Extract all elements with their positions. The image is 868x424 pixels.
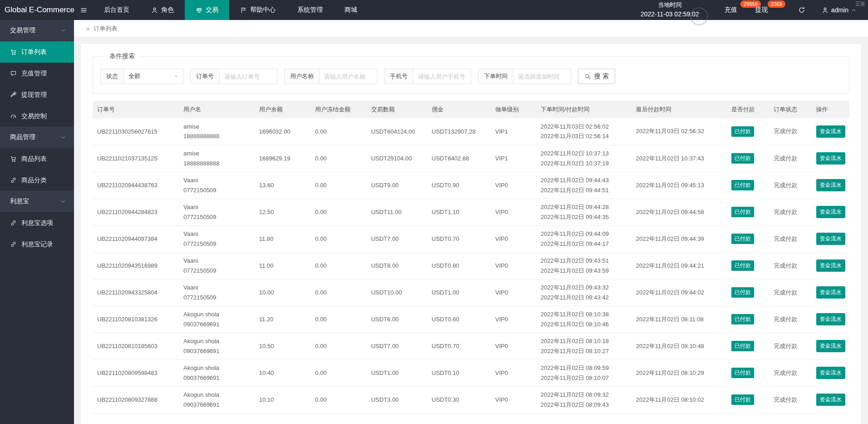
nav-item-帮助中心[interactable]: 帮助中心 <box>229 0 286 20</box>
cell-balance: 11.80 <box>255 225 311 252</box>
cell-paid: 已付款 <box>727 306 769 333</box>
cell-order-pay-time: 2022年11月03日 02:56:022022年11月03日 02:56:14 <box>536 118 631 145</box>
cell-order-status: 完成付款 <box>769 279 811 306</box>
nav-item-后台首页[interactable]: 后台首页 <box>93 0 140 20</box>
notification-badge: 2369 <box>768 0 785 8</box>
pay-time: 2022年11月02日 09:43:42 <box>541 293 627 302</box>
cell-level: VIP0 <box>491 386 536 413</box>
funds-flow-button[interactable]: 资金流水 <box>816 125 845 138</box>
link-icon <box>10 177 17 184</box>
sidebar: 交易管理订单列表充值管理提现管理交易控制商品管理商品列表商品分类利息宝利息宝选项… <box>0 20 74 424</box>
breadcrumb: » 订单列表 <box>74 20 868 37</box>
user-phone: 09037669691 <box>183 346 250 356</box>
order-time: 2022年11月02日 09:44:43 <box>541 175 627 185</box>
top-action-label: 提现 <box>755 6 768 14</box>
funds-flow-button[interactable]: 资金流水 <box>816 340 845 352</box>
gauge-icon <box>10 113 17 120</box>
sidebar-item-提现管理[interactable]: 提现管理 <box>0 84 74 105</box>
cell-order-status: 完成付款 <box>769 252 811 279</box>
pay-time: 2022年11月02日 08:09:43 <box>541 400 627 409</box>
search-input-用户名称[interactable] <box>324 73 372 80</box>
search-input-下单时间[interactable] <box>518 73 566 80</box>
cell-commission: USDT1.00 <box>427 279 491 306</box>
cell-order-pay-time: 2022年11月02日 10:37:132022年11月02日 10:37:19 <box>536 145 631 172</box>
sidebar-group-交易管理[interactable]: 交易管理 <box>0 20 74 41</box>
cell-user: Akogun shola09037669691 <box>179 306 255 333</box>
hamburger-icon[interactable] <box>74 0 93 20</box>
sidebar-item-充值管理[interactable]: 充值管理 <box>0 63 74 84</box>
sidebar-item-label: 商品列表 <box>21 155 47 163</box>
search-field-状态: 状态全部 <box>100 69 183 84</box>
cell-user: Vaani0772150509 <box>179 279 255 306</box>
top-action-label: 充值 <box>725 6 737 14</box>
search-input-手机号[interactable] <box>418 73 466 80</box>
search-field-订单号: 订单号 <box>190 69 277 84</box>
cell-frozen: 0.00 <box>311 172 366 199</box>
refresh-icon[interactable] <box>792 6 812 14</box>
sidebar-item-订单列表[interactable]: 订单列表 <box>0 41 74 63</box>
user-menu[interactable]: admin <box>812 6 862 14</box>
user-phone: 0772150509 <box>183 212 250 222</box>
funds-flow-button[interactable]: 资金流水 <box>816 179 845 191</box>
column-header-佣金: 佣金 <box>427 101 491 118</box>
funds-flow-button[interactable]: 资金流水 <box>816 152 845 165</box>
table-row: UB2211020809598483Akogun shola0903766969… <box>93 359 849 386</box>
cell-order-pay-time: 2022年11月02日 09:43:322022年11月02日 09:43:42 <box>536 279 631 306</box>
table-row: UB2211020943325804Vaani077215050910.000.… <box>93 279 849 306</box>
sidebar-item-商品列表[interactable]: 商品列表 <box>0 148 74 170</box>
top-actions: 充值29959提现2369 <box>718 0 780 20</box>
sidebar-group-商品管理[interactable]: 商品管理 <box>0 127 74 148</box>
search-input-wrap <box>319 69 377 84</box>
cell-order-pay-time: 2022年11月02日 08:10:182022年11月02日 08:10:27 <box>536 333 631 359</box>
order-time: 2022年11月02日 09:44:28 <box>541 202 627 212</box>
cell-commission: USDT1.10 <box>427 199 491 225</box>
top-action-提现[interactable]: 提现2369 <box>749 0 780 20</box>
paid-status-badge: 已付款 <box>731 126 754 137</box>
paid-status-badge: 已付款 <box>731 234 754 244</box>
top-action-充值[interactable]: 充值29959 <box>718 0 749 20</box>
cell-order-no: UB2211020944284823 <box>93 199 179 225</box>
column-header-订单状态: 订单状态 <box>769 101 811 118</box>
funds-flow-button[interactable]: 资金流水 <box>816 313 845 325</box>
sidebar-item-交易控制[interactable]: 交易控制 <box>0 105 74 127</box>
search-panel: 条件搜索 状态全部订单号用户名称手机号下单时间搜 索 <box>93 52 849 94</box>
funds-flow-button[interactable]: 资金流水 <box>816 206 845 218</box>
user-name: Vaani <box>183 256 250 265</box>
search-button[interactable]: 搜 索 <box>578 69 615 84</box>
cell-order-pay-time: 2022年11月02日 09:44:432022年11月02日 09:44:51 <box>536 172 631 199</box>
paid-status-badge: 已付款 <box>731 153 754 164</box>
search-input-订单号[interactable] <box>224 73 272 80</box>
cell-last-pay-time: 2022年11月02日 08:11:08 <box>631 306 727 333</box>
cell-level: VIP0 <box>491 306 536 333</box>
sidebar-item-利息宝选项[interactable]: 利息宝选项 <box>0 212 74 234</box>
order-table: 订单号用户名用户余额用户冻结金额交易数额佣金做单级别下单时间/付款时间最后付款时… <box>93 101 849 414</box>
cell-action: 资金流水 <box>812 145 849 172</box>
status-select[interactable]: 全部 <box>123 69 183 84</box>
sidebar-group-利息宝[interactable]: 利息宝 <box>0 191 74 212</box>
nav-item-商城[interactable]: 商城 <box>334 0 368 20</box>
nav-item-交易[interactable]: 交易 <box>185 0 229 20</box>
funds-flow-button[interactable]: 资金流水 <box>816 259 845 272</box>
funds-flow-button[interactable]: 资金流水 <box>816 233 845 245</box>
pay-time: 2022年11月02日 10:37:19 <box>541 159 627 168</box>
sidebar-item-利息宝记录[interactable]: 利息宝记录 <box>0 234 74 255</box>
search-field-手机号: 手机号 <box>384 69 471 84</box>
sidebar-item-label: 利息宝记录 <box>21 240 53 249</box>
cell-order-pay-time: 2022年11月02日 08:10:382022年11月02日 08:10:46 <box>536 306 631 333</box>
cell-action: 资金流水 <box>812 279 849 306</box>
app-logo: Global E-Commerce... <box>0 0 74 20</box>
cell-last-pay-time: 2022年11月02日 09:44:58 <box>631 199 727 225</box>
search-field-label: 用户名称 <box>284 69 319 84</box>
funds-flow-button[interactable]: 资金流水 <box>816 394 845 406</box>
sidebar-item-商品分类[interactable]: 商品分类 <box>0 170 74 191</box>
funds-flow-button[interactable]: 资金流水 <box>816 367 845 379</box>
cell-level: VIP1 <box>491 145 536 172</box>
chevron-down-icon <box>60 199 66 204</box>
search-icon <box>584 73 591 80</box>
funds-flow-button[interactable]: 资金流水 <box>816 286 845 299</box>
nav-item-系统管理[interactable]: 系统管理 <box>286 0 334 20</box>
user-phone: 18888888888 <box>183 131 250 141</box>
cell-amount: USDT7.00 <box>366 333 427 359</box>
cell-order-no: UB2211020943516989 <box>93 252 179 279</box>
nav-item-角色[interactable]: 角色 <box>140 0 185 20</box>
